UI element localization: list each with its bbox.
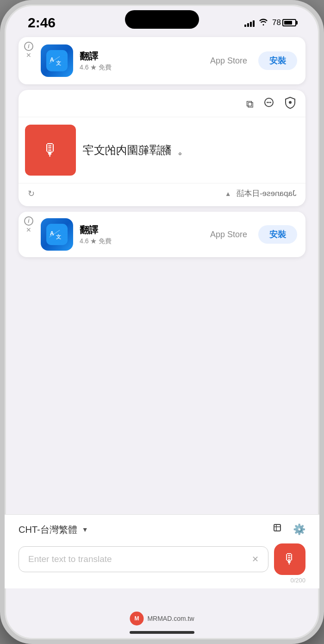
- notch: [125, 10, 199, 29]
- translated-text-area: 翻譯範圍內的文字。: [82, 117, 305, 183]
- translate-input-box[interactable]: Enter text to translate ✕: [19, 546, 268, 572]
- language-text: CHT-台灣繁體: [19, 524, 77, 536]
- app-info-1: 翻譯 4.6 ★ 免費: [80, 50, 204, 72]
- language-selector-bottom[interactable]: CHT-台灣繁體 ▼: [19, 524, 88, 536]
- app-meta-2: 4.6 ★ 免費: [80, 237, 204, 246]
- translate-input-row: Enter text to translate ✕ 🎙: [19, 543, 305, 575]
- widget-body: 🎙 翻譯範圍內的文字。: [19, 117, 305, 183]
- app-meta-1: 4.6 ★ 免費: [80, 63, 204, 72]
- app-info-2: 翻譯 4.6 ★ 免費: [80, 224, 204, 246]
- battery-indicator: 78: [272, 18, 296, 27]
- battery-percent: 78: [272, 18, 281, 27]
- mic-icon-red: 🎙: [283, 551, 297, 567]
- status-bar: 2:46 78: [5, 5, 319, 32]
- input-placeholder: Enter text to translate: [28, 554, 112, 564]
- widget-footer: ↻ ▲ Japanese-日本語: [19, 183, 305, 206]
- close-icon-2[interactable]: ✕: [26, 227, 31, 233]
- language-label: Japanese-日本語: [236, 188, 296, 199]
- watermark-text: MRMAD.com.tw: [147, 615, 194, 622]
- phone-frame: 2:46 78: [0, 0, 324, 644]
- language-selector[interactable]: ↻: [28, 189, 35, 199]
- app-store-label-2: App Store: [210, 230, 247, 240]
- lang-row: CHT-台灣繁體 ▼ ⚙️: [19, 522, 305, 537]
- chevron-down-icon[interactable]: ▼: [82, 526, 88, 533]
- copy-icon[interactable]: ⧉: [246, 98, 254, 110]
- settings-icon[interactable]: ⚙️: [293, 524, 305, 536]
- signal-icon: [244, 19, 255, 27]
- svg-point-8: [289, 101, 292, 104]
- rotate-icon: ↻: [28, 189, 35, 199]
- chat-icon[interactable]: [263, 97, 275, 112]
- widget-toolbar: ⧉: [19, 90, 305, 117]
- info-icon[interactable]: i: [24, 42, 33, 51]
- status-time: 2:46: [28, 15, 56, 31]
- crop-icon[interactable]: [272, 522, 284, 537]
- app-name-1: 翻譯: [80, 50, 204, 63]
- chevron-up-icon[interactable]: ▲: [225, 190, 231, 197]
- status-icons: 78: [244, 18, 296, 28]
- app-store-label-1: App Store: [210, 56, 247, 66]
- char-counter: 0/200: [19, 575, 305, 584]
- svg-point-5: [267, 102, 268, 103]
- svg-text:文: 文: [56, 60, 61, 66]
- app-card-2-info: i ✕: [24, 216, 33, 233]
- app-card-1: i ✕ A 文 翻譯: [19, 37, 305, 84]
- app-name-2: 翻譯: [80, 224, 204, 236]
- wifi-icon: [258, 18, 268, 28]
- mic-red-box[interactable]: 🎙: [25, 125, 76, 176]
- battery-icon: [282, 19, 296, 26]
- mic-button[interactable]: 🎙: [274, 543, 305, 575]
- bottom-toolbar-icons: ⚙️: [272, 522, 305, 537]
- translate-app-icon-1: A 文: [41, 44, 73, 77]
- translate-app-icon-2: A 文: [41, 218, 73, 251]
- bottom-toolbar: CHT-台灣繁體 ▼ ⚙️ Enter text to translate: [5, 514, 319, 588]
- svg-rect-13: [274, 524, 280, 531]
- install-button-1[interactable]: 安裝: [258, 51, 297, 70]
- install-button-2[interactable]: 安裝: [258, 225, 297, 244]
- translate-widget: ⧉ 🎙: [19, 90, 305, 206]
- shield-icon[interactable]: [284, 96, 296, 112]
- watermark-logo: M: [130, 612, 143, 625]
- svg-point-7: [270, 102, 271, 103]
- home-indicator: [130, 631, 194, 634]
- svg-text:文: 文: [56, 234, 61, 240]
- japanese-text: 翻譯範圍內的文字。: [82, 142, 182, 158]
- app-card-2: i ✕ A 文 翻譯: [19, 212, 305, 257]
- app-card-1-info: i ✕: [24, 42, 33, 58]
- close-icon[interactable]: ✕: [26, 52, 31, 58]
- mic-icon: 🎙: [42, 140, 59, 160]
- clear-icon[interactable]: ✕: [252, 554, 259, 564]
- info-icon-2[interactable]: i: [24, 216, 33, 226]
- watermark: M MRMAD.com.tw: [130, 612, 194, 625]
- svg-point-6: [268, 102, 270, 103]
